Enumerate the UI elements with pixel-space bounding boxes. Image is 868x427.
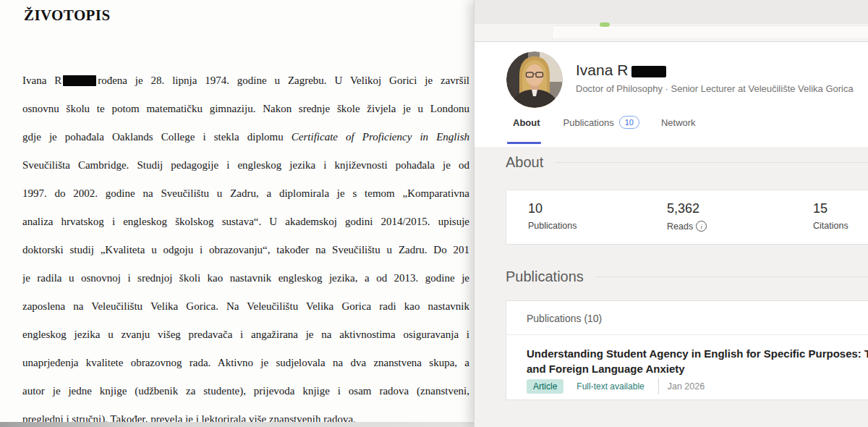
document-line: analiza hrvatskog i engleskog školskog s…	[22, 208, 469, 236]
tab-publications[interactable]: Publications10	[563, 116, 639, 129]
document-line-text: Ivana R	[22, 75, 61, 86]
document-body: Ivana Rrođena je 28. lipnja 1974. godine…	[22, 67, 469, 427]
publications-card-header: Publications (10)	[527, 313, 602, 324]
active-tab-underline	[507, 142, 541, 144]
address-bar[interactable]	[552, 25, 868, 39]
stat-citations-label: Citations	[813, 221, 848, 231]
document-panel: ŽIVOTOPIS Ivana Rrođena je 28. lipnja 19…	[0, 0, 477, 427]
document-line: zaposlena na Veleučilištu Velika Gorica.…	[22, 292, 469, 321]
document-line: doktorski studij „Kvaliteta u odgoju i o…	[22, 236, 469, 264]
publication-title[interactable]: Understanding Student Agency in English …	[527, 346, 868, 376]
publication-meta: Article Full-text available Jan 2026	[527, 379, 705, 394]
publications-section-heading: Publications	[506, 269, 868, 285]
stats-card: 10 Publications 5,362 Readsi 15 Citation…	[506, 190, 868, 245]
document-line-italic-text: Certificate of Proficiency in English	[292, 131, 469, 143]
name-redaction-box	[631, 66, 666, 77]
profile-header: Ivana R Doctor of Philosophy · Senior Le…	[475, 42, 868, 147]
stat-publications-value: 10	[528, 201, 576, 216]
document-line: unaprjeđenja kvalitete obrazovnog rada. …	[22, 349, 469, 377]
stat-citations[interactable]: 15 Citations	[813, 201, 848, 231]
document-line: gdje je pohađala Oaklands College i stek…	[22, 123, 469, 151]
profile-window: Ivana R Doctor of Philosophy · Senior Le…	[474, 0, 868, 427]
about-section-heading: About	[506, 154, 868, 171]
profile-name-row: Ivana R	[576, 62, 666, 79]
document-line: autor je jedne knjige (udžbenik za stude…	[22, 377, 469, 405]
document-line: Sveučilišta Cambridge. Studij pedagogije…	[22, 151, 469, 179]
card-divider	[506, 334, 868, 335]
profile-headline: Doctor of Philosophy · Senior Lecturer a…	[576, 83, 854, 94]
article-type-badge[interactable]: Article	[527, 379, 563, 394]
document-title: ŽIVOTOPIS	[24, 7, 111, 25]
browser-top-bar	[475, 0, 868, 24]
publications-card: Publications (10) Understanding Student …	[506, 300, 868, 400]
document-line-text: gdje je pohađala Oaklands College i stek…	[22, 131, 292, 143]
document-line: Ivana Rrođena je 28. lipnja 1974. godine…	[22, 67, 469, 95]
section-rule	[595, 276, 868, 277]
publication-title-line1: Understanding Student Agency in English …	[527, 346, 868, 361]
stat-publications-label: Publications	[528, 221, 576, 231]
avatar[interactable]	[506, 51, 563, 108]
profile-name: Ivana R	[576, 62, 628, 79]
document-page-bottom-edge	[0, 422, 477, 427]
stat-citations-value: 15	[813, 201, 848, 216]
publications-count-badge: 10	[619, 116, 639, 129]
tab-network[interactable]: Network	[661, 117, 696, 128]
meta-separator	[658, 379, 659, 394]
stat-publications[interactable]: 10 Publications	[528, 201, 576, 231]
stat-reads-label-text: Reads	[667, 221, 693, 232]
about-section-title: About	[506, 154, 543, 171]
section-rule	[555, 162, 868, 163]
document-line-text: rođena je 28. lipnja 1974. godine u Zagr…	[98, 75, 469, 86]
tab-publications-label: Publications	[563, 117, 614, 128]
profile-tabs: About Publications10 Network	[513, 116, 696, 129]
profile-content: About 10 Publications 5,362 Readsi 15 Ci…	[475, 147, 868, 427]
redaction-box	[63, 75, 96, 86]
document-line: 1997. do 2002. godine na Sveučilištu u Z…	[22, 179, 469, 208]
avatar-photo-icon	[506, 51, 563, 108]
stat-reads-value: 5,362	[667, 201, 707, 216]
publication-date: Jan 2026	[668, 381, 705, 392]
document-line: je radila u osnovnoj i srednjoj školi ka…	[22, 264, 469, 292]
status-dot-icon	[600, 22, 610, 27]
stat-reads[interactable]: 5,362 Readsi	[667, 201, 707, 232]
info-icon[interactable]: i	[696, 221, 707, 232]
document-line: engleskog jezika u zvanju višeg predavač…	[22, 321, 469, 349]
document-line: osnovnu školu te potom matematičku gimna…	[22, 95, 469, 123]
publication-title-line2: and Foreign Language Anxiety	[527, 361, 868, 376]
stat-reads-label: Readsi	[667, 221, 707, 232]
publications-section-title: Publications	[506, 269, 584, 285]
tab-about[interactable]: About	[513, 117, 540, 128]
fulltext-available-badge[interactable]: Full-text available	[570, 380, 650, 393]
